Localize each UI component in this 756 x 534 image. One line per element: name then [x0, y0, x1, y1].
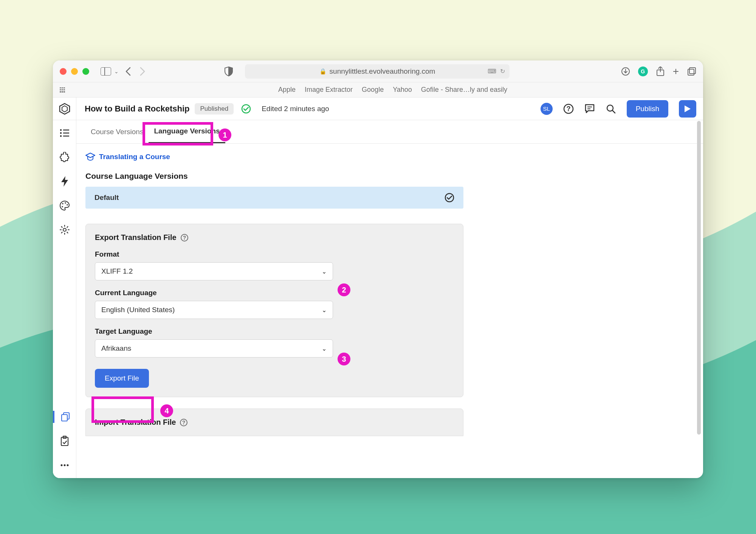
import-panel-title: Import Translation File [95, 418, 176, 427]
chevron-down-icon: ⌄ [322, 268, 327, 275]
rail-bolt-icon[interactable] [59, 175, 71, 187]
course-title: How to Build a Rocketship [85, 104, 189, 114]
rail-palette-icon[interactable] [59, 200, 71, 212]
current-language-select[interactable]: English (United States) ⌄ [95, 301, 333, 319]
edited-timestamp: Edited 2 minutes ago [262, 105, 329, 113]
bookmark-yahoo[interactable]: Yahoo [393, 86, 412, 94]
svg-rect-28 [62, 415, 67, 421]
svg-point-25 [62, 206, 63, 207]
graduation-cap-icon [85, 153, 95, 161]
app-logo-icon[interactable] [59, 103, 71, 115]
svg-point-31 [60, 464, 62, 466]
address-bar[interactable]: 🔒 sunnylittlest.evolveauthoring.com ⌨ ↻ [245, 64, 510, 79]
svg-text:?: ? [566, 105, 570, 113]
saved-check-icon [241, 104, 251, 114]
svg-marker-14 [685, 105, 691, 112]
export-file-button[interactable]: Export File [95, 369, 149, 388]
chevron-down-icon[interactable]: ⌄ [114, 68, 119, 74]
publish-button[interactable]: Publish [627, 100, 668, 118]
comments-icon[interactable] [584, 104, 595, 114]
export-panel-title: Export Translation File [95, 233, 177, 242]
format-select[interactable]: XLIFF 1.2 ⌄ [95, 262, 333, 280]
target-language-select[interactable]: Afrikaans ⌄ [95, 339, 333, 358]
svg-text:?: ? [182, 419, 186, 426]
apps-grid-icon[interactable] [60, 87, 65, 93]
bookmark-apple[interactable]: Apple [278, 86, 296, 94]
left-rail [53, 120, 76, 478]
tab-course-versions[interactable]: Course Versions [85, 121, 149, 143]
svg-marker-21 [61, 176, 68, 187]
rail-outline-icon[interactable] [59, 127, 71, 139]
new-tab-icon[interactable]: + [673, 65, 679, 77]
svg-point-24 [67, 204, 68, 206]
main-content: Course Versions Language Versions Transl… [76, 120, 703, 478]
target-language-label: Target Language [95, 327, 454, 336]
target-language-value: Afrikaans [101, 344, 131, 353]
minimize-window-button[interactable] [71, 68, 78, 75]
current-language-label: Current Language [95, 289, 454, 297]
reload-icon[interactable]: ↻ [500, 68, 505, 75]
privacy-shield-icon[interactable] [225, 67, 233, 76]
share-icon[interactable] [656, 67, 665, 76]
user-avatar[interactable]: SL [541, 103, 553, 115]
nav-forward-button[interactable] [138, 66, 147, 77]
translate-icon[interactable]: ⌨ [488, 68, 496, 75]
svg-point-17 [60, 132, 61, 134]
content-scroll: Translating a Course Course Language Ver… [76, 144, 703, 478]
scrollbar-thumb[interactable] [697, 121, 701, 435]
bookmarks-bar: Apple Image Extractor Google Yahoo Gofil… [53, 82, 703, 98]
default-language-label: Default [94, 193, 119, 202]
rail-clipboard-icon[interactable] [59, 435, 71, 447]
svg-point-32 [64, 464, 65, 466]
sidebar-toggle-icon[interactable] [101, 67, 111, 76]
svg-point-33 [67, 464, 68, 466]
svg-point-34 [445, 193, 454, 202]
bookmark-gofile[interactable]: Gofile - Share…ly and easily [421, 86, 507, 94]
browser-window: ⌄ 🔒 sunnylittlest.evolveauthoring.com ⌨ … [53, 60, 703, 478]
rail-gear-icon[interactable] [59, 224, 71, 236]
svg-line-13 [612, 110, 615, 113]
svg-point-15 [60, 129, 61, 131]
svg-rect-4 [688, 69, 694, 75]
svg-marker-6 [62, 106, 67, 112]
help-icon[interactable]: ? [563, 104, 574, 114]
current-language-value: English (United States) [101, 306, 175, 314]
chevron-down-icon: ⌄ [322, 306, 327, 314]
default-language-row[interactable]: Default [85, 187, 463, 209]
export-translation-panel: Export Translation File ? Format XLIFF 1… [85, 224, 463, 397]
svg-point-23 [65, 202, 66, 204]
format-label: Format [95, 250, 454, 258]
svg-point-7 [242, 105, 250, 113]
window-controls [60, 68, 89, 75]
rail-more-icon[interactable] [59, 459, 71, 471]
rail-extension-icon[interactable] [59, 151, 71, 163]
browser-chrome-toolbar: ⌄ 🔒 sunnylittlest.evolveauthoring.com ⌨ … [53, 60, 703, 82]
section-heading: Course Language Versions [85, 172, 694, 181]
bookmark-google[interactable]: Google [362, 86, 384, 94]
svg-rect-3 [689, 68, 696, 74]
svg-point-26 [63, 228, 66, 231]
help-hint-icon[interactable]: ? [180, 234, 189, 242]
svg-point-22 [62, 203, 64, 204]
search-icon[interactable] [606, 104, 616, 114]
preview-play-button[interactable] [679, 100, 696, 118]
grammarly-extension-icon[interactable]: G [638, 67, 648, 76]
translating-course-link-label: Translating a Course [99, 153, 170, 161]
tabs-overview-icon[interactable] [687, 67, 696, 76]
rail-copy-icon[interactable] [53, 411, 76, 423]
svg-point-19 [60, 135, 61, 137]
check-circle-icon [445, 193, 454, 203]
close-window-button[interactable] [60, 68, 67, 75]
import-translation-panel: Import Translation File ? [85, 409, 463, 436]
svg-marker-5 [60, 104, 70, 114]
translating-course-link[interactable]: Translating a Course [85, 153, 694, 161]
help-hint-icon[interactable]: ? [180, 418, 188, 427]
lock-icon: 🔒 [319, 68, 327, 75]
tab-language-versions[interactable]: Language Versions [149, 120, 225, 143]
app-body: Course Versions Language Versions Transl… [53, 120, 703, 478]
bookmark-image-extractor[interactable]: Image Extractor [305, 86, 353, 94]
fullscreen-window-button[interactable] [82, 68, 89, 75]
url-text: sunnylittlest.evolveauthoring.com [330, 67, 435, 76]
downloads-icon[interactable] [621, 67, 630, 76]
nav-back-button[interactable] [123, 66, 133, 77]
